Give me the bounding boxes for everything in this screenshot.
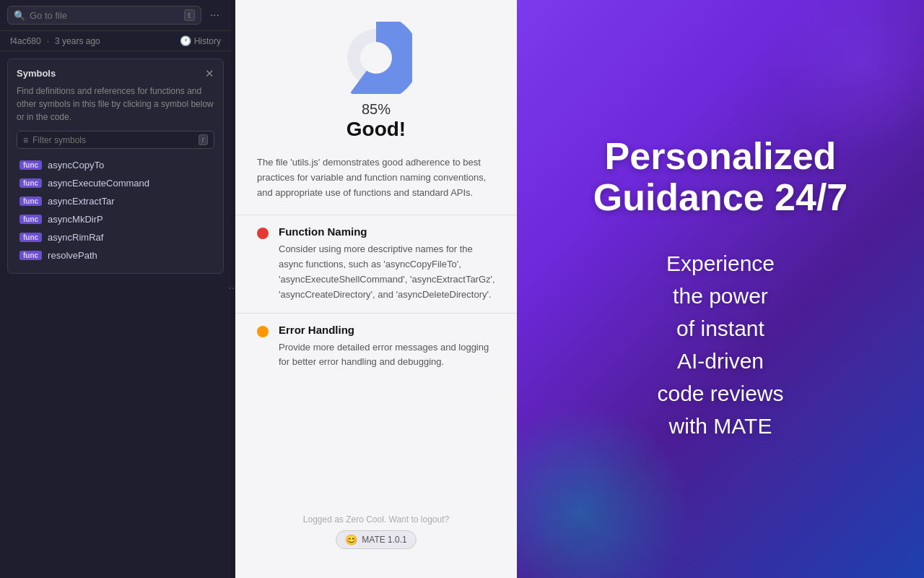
func-badge: func [19, 178, 42, 188]
review-body: Provide more detailed error messages and… [279, 340, 495, 371]
logged-in-text: Logged as Zero Cool. Want to logout? [250, 514, 502, 525]
list-item[interactable]: func resolvePath [17, 246, 214, 264]
func-badge: func [19, 215, 42, 224]
severity-dot-orange [257, 326, 269, 337]
symbol-name: asyncCopyTo [48, 160, 104, 171]
filter-shortcut: r [199, 134, 208, 145]
mate-version: MATE 1.0.1 [362, 535, 406, 545]
git-info-bar: f4ac680 · 3 years ago 🕐 History [0, 31, 231, 51]
symbol-name: asyncExtractTar [48, 196, 114, 207]
symbol-list: func asyncCopyTo func asyncExecuteComman… [17, 156, 214, 264]
left-panel: 🔍 t ··· f4ac680 · 3 years ago 🕐 History … [0, 0, 231, 578]
history-label: History [194, 36, 221, 46]
dot-separator: · [47, 36, 49, 46]
severity-dot-red [257, 228, 269, 239]
search-shortcut: t [184, 9, 195, 21]
review-item-error-handling: Error Handling Provide more detailed err… [235, 313, 517, 381]
search-bar: 🔍 t ··· [0, 0, 231, 31]
search-input-wrapper[interactable]: 🔍 t [7, 6, 201, 25]
score-pie-chart [340, 22, 412, 94]
footer-section: Logged as Zero Cool. Want to logout? 😊 M… [235, 500, 517, 564]
func-badge: func [19, 197, 42, 206]
search-input[interactable] [30, 10, 180, 21]
time-ago: 3 years ago [55, 36, 100, 46]
score-section: 85% Good! [235, 0, 517, 155]
score-percent: 85% [346, 101, 406, 118]
func-badge: func [19, 251, 42, 260]
symbols-panel: Symbols ✕ Find definitions and reference… [7, 59, 224, 274]
mate-badge: 😊 MATE 1.0.1 [336, 530, 416, 549]
history-button[interactable]: 🕐 History [180, 35, 221, 46]
promo-title: PersonalizedGuidance 24/7 [593, 136, 848, 218]
svg-point-2 [360, 42, 392, 74]
list-item[interactable]: func asyncExtractTar [17, 192, 214, 210]
review-title: Function Naming [279, 225, 495, 238]
list-item[interactable]: func asyncExecuteCommand [17, 174, 214, 192]
filter-input[interactable] [32, 135, 194, 145]
symbol-name: asyncExecuteCommand [48, 178, 149, 189]
symbol-name: asyncRimRaf [48, 232, 103, 243]
symbols-header: Symbols ✕ [17, 68, 214, 79]
review-title: Error Handling [279, 324, 495, 336]
promo-subtitle: Experiencethe powerof instantAI-drivenco… [657, 247, 783, 442]
symbols-close-button[interactable]: ✕ [205, 68, 214, 79]
filter-bar[interactable]: ≡ r [17, 131, 214, 149]
func-badge: func [19, 160, 42, 170]
func-badge: func [19, 233, 42, 242]
score-text: 85% Good! [346, 101, 406, 141]
symbol-name: asyncMkDirP [48, 214, 103, 225]
search-icon: 🔍 [14, 10, 25, 21]
center-panel: 85% Good! The file 'utils.js' demonstrat… [235, 0, 517, 578]
review-item-function-naming: Function Naming Consider using more desc… [235, 215, 517, 312]
right-promo-panel: PersonalizedGuidance 24/7 Experiencethe … [517, 0, 924, 578]
score-label: Good! [346, 118, 406, 141]
symbols-description: Find definitions and references for func… [17, 85, 214, 124]
symbols-title: Symbols [17, 68, 56, 79]
mate-icon: 😊 [345, 534, 357, 545]
file-description: The file 'utils.js' demonstrates good ad… [235, 155, 517, 215]
list-item[interactable]: func asyncCopyTo [17, 156, 214, 174]
review-content: Error Handling Provide more detailed err… [279, 324, 495, 371]
review-content: Function Naming Consider using more desc… [279, 225, 495, 302]
symbol-name: resolvePath [48, 250, 97, 261]
filter-icon: ≡ [23, 135, 28, 145]
history-icon: 🕐 [180, 35, 191, 46]
review-body: Consider using more descriptive names fo… [279, 242, 495, 302]
commit-hash: f4ac680 [10, 36, 41, 46]
list-item[interactable]: func asyncMkDirP [17, 210, 214, 228]
list-item[interactable]: func asyncRimRaf [17, 228, 214, 246]
more-options-button[interactable]: ··· [206, 6, 224, 25]
